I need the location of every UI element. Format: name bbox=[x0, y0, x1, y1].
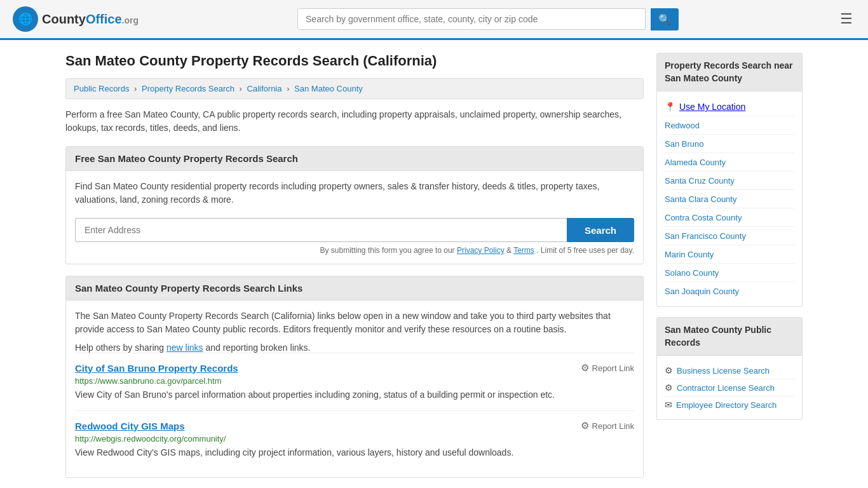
nearby-item-8: Solano County bbox=[665, 264, 794, 282]
site-header: 🌐 CountyOffice.org 🔍 ☰ bbox=[0, 0, 868, 40]
free-search-section: Free San Mateo County Property Records S… bbox=[65, 146, 644, 264]
pub-icon-0: ⚙ bbox=[665, 365, 673, 376]
record-url-1: http://webgis.redwoodcity.org/community/ bbox=[75, 434, 634, 444]
nearby-item-3: Santa Cruz County bbox=[665, 172, 794, 190]
terms-link[interactable]: Terms bbox=[513, 246, 534, 255]
public-records-section: San Mateo County Public Records ⚙ Busine… bbox=[656, 317, 803, 420]
nearby-link-6[interactable]: San Francisco County bbox=[665, 231, 746, 241]
nearby-item-4: Santa Clara County bbox=[665, 190, 794, 208]
privacy-policy-link[interactable]: Privacy Policy bbox=[457, 246, 505, 255]
logo-icon: 🌐 bbox=[13, 6, 38, 32]
pub-link-2[interactable]: Employee Directory Search bbox=[676, 400, 776, 410]
public-records-heading: San Mateo County Public Records bbox=[657, 318, 802, 356]
pub-icon-2: ✉ bbox=[665, 400, 672, 410]
breadcrumb: Public Records › Property Records Search… bbox=[65, 78, 644, 99]
nearby-link-5[interactable]: Contra Costa County bbox=[665, 213, 742, 222]
pub-link-0[interactable]: Business License Search bbox=[677, 366, 770, 376]
header-search-area: 🔍 bbox=[297, 8, 679, 30]
main-container: San Mateo County Property Records Search… bbox=[53, 40, 815, 488]
nearby-link-2[interactable]: Alameda County bbox=[665, 158, 726, 167]
record-desc-1: View Redwood City's GIS maps, including … bbox=[75, 446, 634, 459]
pub-item-0: ⚙ Business License Search bbox=[665, 362, 794, 379]
breadcrumb-san-mateo[interactable]: San Mateo County bbox=[294, 84, 363, 93]
new-links-link[interactable]: new links bbox=[166, 342, 203, 353]
use-my-location-item: 📍 Use My Location bbox=[665, 98, 794, 116]
address-input[interactable] bbox=[75, 218, 567, 242]
report-icon-0: ⚙ bbox=[581, 362, 589, 374]
record-title-1[interactable]: Redwood City GIS Maps bbox=[75, 421, 185, 431]
content-area: San Mateo County Property Records Search… bbox=[65, 53, 644, 488]
breadcrumb-california[interactable]: California bbox=[247, 84, 282, 93]
nearby-link-8[interactable]: Solano County bbox=[665, 268, 719, 278]
report-link-btn-1[interactable]: ⚙ Report Link bbox=[581, 420, 634, 431]
free-search-description: Find San Mateo County residential proper… bbox=[75, 180, 634, 207]
pub-link-1[interactable]: Contractor License Search bbox=[677, 383, 775, 393]
nearby-item-0: Redwood bbox=[665, 116, 794, 135]
public-records-body: ⚙ Business License Search ⚙ Contractor L… bbox=[657, 356, 802, 419]
free-search-body: Find San Mateo County residential proper… bbox=[66, 171, 643, 264]
logo-text: CountyOffice.org bbox=[42, 12, 139, 27]
nearby-item-9: San Joaquin County bbox=[665, 282, 794, 300]
address-search-button[interactable]: Search bbox=[567, 218, 634, 242]
nearby-link-4[interactable]: Santa Clara County bbox=[665, 194, 736, 204]
free-search-heading: Free San Mateo County Property Records S… bbox=[66, 147, 643, 171]
report-link-btn-0[interactable]: ⚙ Report Link bbox=[581, 362, 634, 374]
nearby-item-6: San Francisco County bbox=[665, 227, 794, 245]
sidebar: Property Records Search near San Mateo C… bbox=[656, 53, 803, 488]
header-search-button[interactable]: 🔍 bbox=[651, 8, 679, 30]
nearby-body: 📍 Use My Location Redwood San Bruno Alam… bbox=[657, 92, 802, 306]
pub-item-2: ✉ Employee Directory Search bbox=[665, 396, 794, 413]
report-icon-1: ⚙ bbox=[581, 420, 589, 431]
nearby-link-0[interactable]: Redwood bbox=[665, 121, 700, 130]
form-disclaimer: By submitting this form you agree to our… bbox=[75, 246, 634, 255]
record-desc-0: View City of San Bruno's parcel informat… bbox=[75, 388, 634, 402]
nearby-heading: Property Records Search near San Mateo C… bbox=[657, 53, 802, 92]
menu-icon[interactable]: ☰ bbox=[837, 8, 855, 30]
nearby-item-2: Alameda County bbox=[665, 153, 794, 172]
address-form: Search bbox=[75, 218, 634, 242]
nearby-section: Property Records Search near San Mateo C… bbox=[656, 53, 803, 307]
breadcrumb-property-records[interactable]: Property Records Search bbox=[142, 84, 234, 93]
page-description: Perform a free San Mateo County, CA publ… bbox=[65, 108, 644, 135]
record-item-0: City of San Bruno Property Records ⚙ Rep… bbox=[75, 353, 634, 410]
nearby-item-5: Contra Costa County bbox=[665, 208, 794, 227]
use-my-location-link[interactable]: Use My Location bbox=[679, 102, 745, 112]
links-description: The San Mateo County Property Records Se… bbox=[75, 309, 634, 336]
record-item-1: Redwood City GIS Maps ⚙ Report Link http… bbox=[75, 410, 634, 468]
help-text: Help others by sharing new links and rep… bbox=[75, 342, 634, 353]
links-section-body: The San Mateo County Property Records Se… bbox=[66, 301, 643, 477]
links-section-heading: San Mateo County Property Records Search… bbox=[66, 276, 643, 301]
logo-area: 🌐 CountyOffice.org bbox=[13, 6, 139, 32]
record-title-0[interactable]: City of San Bruno Property Records bbox=[75, 363, 238, 374]
nearby-item-7: Marin County bbox=[665, 245, 794, 264]
nearby-item-1: San Bruno bbox=[665, 135, 794, 153]
pin-icon: 📍 bbox=[665, 102, 675, 112]
nearby-link-3[interactable]: Santa Cruz County bbox=[665, 176, 735, 186]
nearby-link-7[interactable]: Marin County bbox=[665, 250, 714, 259]
header-search-input[interactable] bbox=[297, 8, 646, 30]
links-section: San Mateo County Property Records Search… bbox=[65, 276, 644, 478]
record-url-0: https://www.sanbruno.ca.gov/parcel.htm bbox=[75, 376, 634, 386]
nearby-link-9[interactable]: San Joaquin County bbox=[665, 287, 739, 296]
breadcrumb-public-records[interactable]: Public Records bbox=[74, 84, 129, 93]
pub-item-1: ⚙ Contractor License Search bbox=[665, 379, 794, 396]
nearby-link-1[interactable]: San Bruno bbox=[665, 139, 703, 149]
page-title: San Mateo County Property Records Search… bbox=[65, 53, 644, 69]
pub-icon-1: ⚙ bbox=[665, 383, 673, 393]
